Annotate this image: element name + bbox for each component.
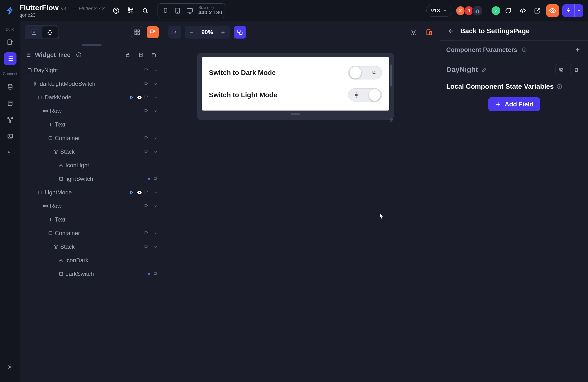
app-topbar: FlutterFlow v3.1 — Flutter 3.7.3 qone23 …: [0, 0, 588, 21]
components-tab-button[interactable]: [42, 26, 58, 38]
canvas-body[interactable]: Switch to Dark Mode Switch to Light Mode: [163, 43, 440, 382]
device-frame[interactable]: Switch to Dark Mode Switch to Light Mode: [197, 53, 394, 120]
preview-button[interactable]: [546, 4, 559, 17]
zoom-in-button[interactable]: [218, 27, 228, 38]
chevron-down-icon[interactable]: [151, 148, 160, 156]
eye-icon[interactable]: [136, 190, 142, 195]
help-button[interactable]: [110, 5, 122, 16]
tree-node-darklightmodeswitch[interactable]: darkLightModeSwitch: [22, 77, 162, 91]
add-child-icon[interactable]: [151, 270, 160, 278]
rail-api-button[interactable]: [4, 113, 17, 126]
developer-menu-button[interactable]: [517, 5, 528, 16]
device-bottom-handle[interactable]: [291, 113, 300, 115]
chevron-down-icon[interactable]: [151, 134, 160, 142]
resize-handle-icon[interactable]: [389, 115, 393, 120]
run-dropdown-icon[interactable]: [574, 4, 583, 17]
eye-icon[interactable]: [136, 95, 142, 100]
rail-firestore-button[interactable]: [4, 81, 17, 93]
rail-media-button[interactable]: [4, 130, 17, 143]
tree-node-darkmode[interactable]: DarkMode: [22, 91, 162, 104]
add-child-icon[interactable]: [151, 175, 160, 183]
chevron-down-icon[interactable]: [151, 202, 160, 210]
add-parameter-button[interactable]: [573, 45, 582, 54]
add-widget-button[interactable]: [147, 26, 159, 38]
tree-node-stack[interactable]: Stack: [22, 145, 162, 159]
sort-tree-icon[interactable]: [149, 50, 159, 60]
chevron-down-icon[interactable]: [151, 93, 160, 102]
run-button[interactable]: [562, 4, 583, 17]
chevron-down-icon[interactable]: [151, 66, 160, 74]
copy-button[interactable]: [556, 64, 567, 75]
rail-add-page-button[interactable]: [4, 36, 17, 48]
light-mode-toggle[interactable]: [348, 88, 382, 102]
info-icon[interactable]: [556, 84, 562, 89]
rail-datatypes-button[interactable]: [4, 97, 17, 109]
debug-badge[interactable]: [472, 5, 483, 16]
comments-button[interactable]: [503, 5, 514, 16]
chevron-down-icon[interactable]: [151, 80, 160, 88]
add-child-icon[interactable]: [142, 93, 150, 102]
rail-widget-tree-button[interactable]: [4, 52, 17, 65]
chevron-down-icon[interactable]: [151, 107, 160, 115]
status-ok-badge[interactable]: [491, 6, 501, 16]
chevron-down-icon[interactable]: [151, 229, 160, 237]
add-child-icon[interactable]: [142, 107, 150, 115]
pages-tab-button[interactable]: [26, 26, 42, 38]
action-icon[interactable]: [147, 177, 151, 181]
info-icon[interactable]: [74, 50, 84, 60]
project-version-dropdown[interactable]: v13: [426, 5, 452, 17]
add-child-icon[interactable]: [142, 243, 150, 251]
tree-node-iconlight[interactable]: IconLight: [22, 159, 162, 172]
add-child-icon[interactable]: [142, 188, 150, 197]
delete-button[interactable]: [570, 64, 582, 75]
conditional-visibility-icon[interactable]: [129, 95, 134, 100]
tree-node-lightmode[interactable]: LightMode: [22, 186, 162, 199]
zoom-out-button[interactable]: [186, 27, 197, 38]
info-icon[interactable]: [521, 46, 528, 53]
tree-node-text[interactable]: Text: [22, 118, 162, 131]
dark-mode-toggle[interactable]: [348, 66, 382, 80]
panel-drag-handle[interactable]: [82, 44, 102, 46]
add-child-icon[interactable]: [142, 66, 150, 74]
search-button[interactable]: [140, 5, 151, 16]
device-mobile-button[interactable]: [161, 6, 170, 16]
tree-node-row[interactable]: Row: [22, 199, 162, 213]
add-child-icon[interactable]: [142, 134, 150, 142]
device-scrollbar[interactable]: [390, 64, 392, 86]
device-preview-button[interactable]: [423, 26, 435, 39]
back-button[interactable]: [446, 26, 456, 36]
multiselect-button[interactable]: [234, 26, 246, 39]
tree-node-text[interactable]: Text: [22, 213, 162, 226]
rail-settings-button[interactable]: [4, 361, 17, 373]
add-child-icon[interactable]: [142, 202, 150, 210]
collapse-panel-button[interactable]: [168, 26, 181, 39]
tree-node-stack[interactable]: Stack: [22, 240, 162, 254]
chevron-down-icon[interactable]: [151, 188, 160, 197]
rail-custom-code-button[interactable]: [4, 147, 17, 159]
add-child-icon[interactable]: [142, 148, 150, 156]
export-tree-icon[interactable]: [136, 50, 146, 60]
device-desktop-button[interactable]: [185, 6, 195, 16]
light-mode-button[interactable]: [407, 26, 420, 39]
tree-node-daynight[interactable]: DayNight: [22, 64, 162, 77]
command-palette-button[interactable]: [125, 5, 136, 16]
add-child-icon[interactable]: [142, 80, 150, 88]
tree-node-container[interactable]: Container: [22, 226, 162, 240]
open-external-button[interactable]: [532, 5, 543, 16]
lock-icon[interactable]: [123, 50, 133, 60]
tree-node-container[interactable]: Container: [22, 131, 162, 145]
svg-rect-34: [35, 85, 36, 86]
edit-icon[interactable]: [482, 67, 487, 72]
device-tablet-button[interactable]: [173, 6, 183, 16]
chevron-down-icon[interactable]: [151, 243, 160, 251]
grid-view-button[interactable]: [131, 26, 143, 38]
tree-node-darkswitch[interactable]: darkSwitch: [22, 267, 162, 281]
action-icon[interactable]: [147, 272, 151, 276]
tree-node-icondark[interactable]: iconDark: [22, 254, 162, 267]
stack-icon: [51, 244, 60, 249]
conditional-visibility-icon[interactable]: [129, 190, 134, 195]
add-child-icon[interactable]: [142, 229, 150, 237]
add-field-button[interactable]: Add Field: [488, 97, 540, 111]
tree-node-row[interactable]: Row: [22, 104, 162, 118]
tree-node-lightswitch[interactable]: lightSwitch: [22, 172, 162, 186]
